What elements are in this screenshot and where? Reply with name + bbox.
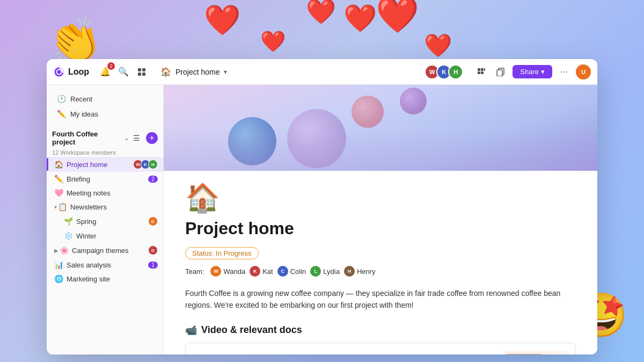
app-body: 🕐 Recent ✏️ My ideas Fourth Coffee proje… [47, 85, 597, 354]
topbar-actions: Share ▾ ··· U [474, 64, 591, 79]
sales-badge: 1 [148, 262, 158, 269]
sidebar-item-project-home[interactable]: 🏠 Project home W K H [47, 157, 163, 172]
page-title: Project home [185, 219, 576, 238]
sidebar-item-meeting-notes[interactable]: 🩷 Meeting notes [47, 186, 163, 200]
svg-rect-5 [142, 73, 145, 76]
briefing-badge: 2 [148, 176, 158, 183]
sidebar-section-actions: ☰ + [129, 131, 158, 146]
doc-thumbnail [503, 351, 568, 354]
newsletters-icon: 📋 [58, 202, 67, 211]
sidebar-item-sales-analysis[interactable]: 📊 Sales analysis 1 [47, 258, 163, 272]
team-label: Team: [185, 267, 204, 276]
copy-icon [496, 68, 505, 76]
team-member-wanda[interactable]: W Wanda [210, 266, 245, 277]
app-window: Loop 🔔 2 🔍 🏠 Project home ▾ [47, 59, 597, 354]
sidebar-add-button[interactable]: + [146, 132, 158, 144]
newsletters-label: Newsletters [70, 203, 158, 211]
campaign-themes-label: Campaign themes [72, 247, 148, 255]
kat-avatar: K [250, 266, 260, 277]
svg-rect-10 [481, 71, 484, 74]
project-name-chevron-icon: ⌄ [124, 135, 129, 142]
henry-name: Henry [357, 267, 376, 276]
sales-icon: 📊 [54, 260, 63, 269]
nav-avatar-3: H [148, 160, 158, 169]
meeting-notes-icon: 🩷 [54, 189, 63, 197]
team-member-kat[interactable]: K Kat [250, 266, 273, 277]
svg-rect-6 [478, 68, 480, 71]
project-home-icon: 🏠 [54, 160, 63, 169]
colin-name: Colin [290, 267, 306, 276]
avatar-stack: W K H [425, 64, 463, 79]
project-home-label: Project home [67, 161, 133, 169]
sidebar-item-campaign-themes[interactable]: ▶ 🌸 Campaign themes D [47, 243, 163, 258]
sidebar-item-winter[interactable]: ❄️ Winter [47, 229, 163, 243]
apps-button[interactable] [474, 64, 489, 79]
heart-emoji-1: ❤️ [204, 3, 241, 38]
team-member-colin[interactable]: C Colin [277, 266, 306, 277]
kat-name: Kat [262, 267, 273, 276]
share-chevron-icon: ▾ [541, 68, 545, 76]
loop-logo-icon [53, 66, 65, 78]
notification-button[interactable]: 🔔 2 [98, 64, 113, 79]
heart-emoji-6: ❤️ [424, 32, 452, 59]
svg-rect-2 [138, 68, 141, 71]
main-content: 🏠 Project home Status: In Progress Team:… [164, 85, 597, 354]
sidebar-item-briefing[interactable]: ✏️ Briefing 2 [47, 172, 163, 186]
colin-avatar: C [277, 266, 288, 277]
heart-emoji-3: ❤️ [343, 3, 377, 34]
project-home-avatars: W K H [133, 160, 158, 169]
project-name-label: Fourth Coffee project [52, 130, 122, 146]
sidebar-item-marketing-site[interactable]: 🌐 Marketing site [47, 272, 163, 286]
campaign-themes-icon: 🌸 [60, 246, 69, 255]
team-row: Team: W Wanda K Kat C Colin L [185, 266, 576, 277]
spring-avatar: D [148, 216, 158, 226]
svg-rect-4 [138, 73, 141, 76]
marketing-site-icon: 🌐 [54, 274, 63, 283]
newsletters-collapse-icon: ▾ [54, 204, 57, 210]
search-button[interactable]: 🔍 [116, 64, 131, 79]
sidebar-menu-button[interactable]: ☰ [129, 131, 144, 146]
sidebar-item-recent[interactable]: 🕐 Recent [51, 91, 159, 106]
briefing-label: Briefing [67, 175, 148, 183]
topbar-center: 🏠 Project home ▾ [150, 67, 425, 77]
doc-card[interactable]: W Sales & marketing strategy Edited 12 d… [185, 343, 576, 354]
copy-button[interactable] [493, 64, 508, 79]
ellipsis-icon: ··· [560, 67, 567, 77]
topbar-avatars: W K H [425, 64, 463, 79]
share-button[interactable]: Share ▾ [513, 65, 552, 78]
svg-rect-8 [484, 68, 485, 71]
topbar: Loop 🔔 2 🔍 🏠 Project home ▾ [47, 59, 597, 85]
recent-label: Recent [70, 95, 92, 103]
spring-avatars: D [148, 216, 158, 226]
team-member-henry[interactable]: H Henry [344, 266, 376, 277]
heart-emoji-4: ❤️ [376, 0, 419, 35]
grid-icon [137, 68, 146, 76]
breadcrumb-label[interactable]: Project home [175, 68, 219, 76]
sidebar-item-spring[interactable]: 🌱 Spring D [47, 214, 163, 229]
ideas-icon: ✏️ [56, 110, 66, 118]
team-member-lydia[interactable]: L Lydia [310, 266, 340, 277]
ball-pink [352, 96, 384, 128]
lydia-avatar: L [310, 266, 321, 277]
sidebar-item-newsletters[interactable]: ▾ 📋 Newsletters [47, 200, 163, 214]
sidebar-item-my-ideas[interactable]: ✏️ My ideas [51, 106, 159, 121]
grid-button[interactable] [134, 64, 149, 79]
svg-rect-7 [481, 68, 484, 71]
app-name-label: Loop [68, 67, 89, 77]
more-options-button[interactable]: ··· [557, 64, 572, 79]
recent-icon: 🕐 [56, 95, 66, 103]
thumb-line-1 [507, 354, 541, 354]
wanda-name: Wanda [223, 267, 245, 276]
breadcrumb-chevron-icon: ▾ [224, 68, 227, 76]
wavy-fabric [164, 128, 597, 171]
svg-rect-3 [142, 68, 145, 71]
sidebar-top-items: 🕐 Recent ✏️ My ideas [47, 89, 163, 124]
loop-logo[interactable]: Loop [53, 66, 89, 78]
notification-badge: 2 [107, 62, 115, 70]
campaign-avatar: D [148, 245, 158, 255]
svg-rect-12 [497, 70, 502, 76]
lydia-name: Lydia [323, 267, 340, 276]
project-name: Fourth Coffee project ⌄ [52, 130, 129, 146]
user-avatar[interactable]: U [576, 64, 591, 79]
content-body: 🏠 Project home Status: In Progress Team:… [164, 171, 597, 354]
